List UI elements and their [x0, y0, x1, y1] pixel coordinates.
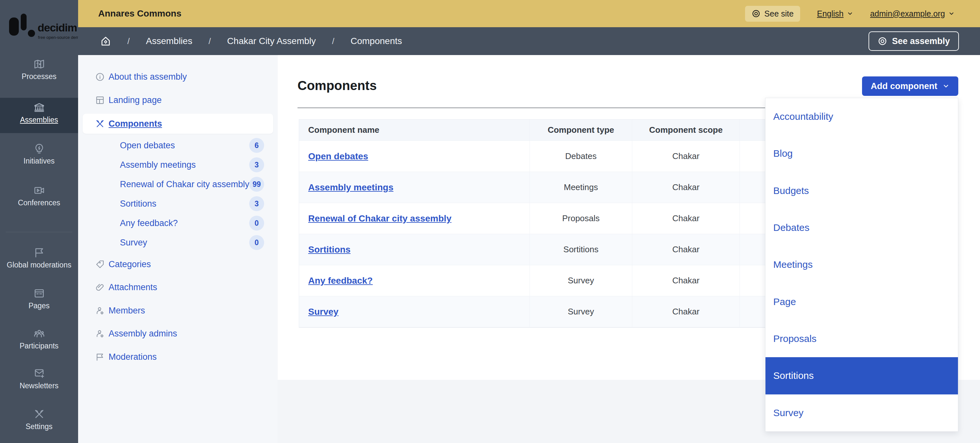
sidebar-item-pages[interactable]: Pages [0, 287, 78, 310]
menu-item-landing-page[interactable]: Landing page [78, 91, 278, 109]
component-scope: Chakar [673, 151, 700, 161]
sidebar-item-newsletters[interactable]: Newsletters [0, 368, 78, 390]
decidim-logo-mark [9, 17, 19, 36]
count-badge: 6 [249, 138, 264, 153]
menu-subitem-survey[interactable]: Survey 0 [78, 233, 278, 252]
component-link[interactable]: Open debates [308, 151, 368, 162]
user-gear-icon [95, 329, 105, 339]
bank-icon [33, 102, 45, 113]
add-component-dropdown: Accountability Blog Budgets Debates Meet… [765, 98, 958, 432]
topbar-right-group: See site English admin@example.org [745, 6, 955, 22]
team-icon [33, 328, 45, 339]
menu-item-components[interactable]: Components [78, 114, 278, 133]
chevron-down-icon [948, 10, 955, 17]
assembly-menu: About this assembly Landing page Compone… [78, 55, 278, 443]
organization-name: Annares Commons [98, 8, 181, 19]
language-dropdown[interactable]: English [817, 9, 853, 19]
see-assembly-label: See assembly [892, 36, 950, 46]
decidim-logo-dot [28, 30, 35, 37]
menu-item-categories[interactable]: Categories [78, 255, 278, 273]
component-link[interactable]: Assembly meetings [308, 182, 393, 193]
breadcrumb-separator: / [208, 36, 211, 46]
menu-item-members[interactable]: Members [78, 302, 278, 320]
breadcrumb-chakar-city-assembly[interactable]: Chakar City Assembly [227, 36, 316, 46]
breadcrumb-separator: / [332, 36, 334, 46]
decidim-logo-wordmark: decidim [38, 21, 77, 34]
component-link[interactable]: Sortitions [308, 245, 351, 255]
component-type: Survey [568, 276, 594, 286]
map-icon [33, 58, 45, 70]
flag-icon [33, 247, 45, 259]
count-badge: 3 [249, 157, 264, 172]
component-type: Sortitions [563, 245, 598, 254]
main-sidebar: decidim free open-source democracy Proce… [0, 0, 78, 443]
video-camera-icon [33, 184, 45, 196]
see-site-button[interactable]: See site [745, 6, 800, 22]
dropdown-item-budgets[interactable]: Budgets [765, 172, 958, 209]
dropdown-item-meetings[interactable]: Meetings [765, 246, 958, 283]
attachment-icon [95, 283, 105, 292]
component-type: Debates [565, 151, 597, 161]
chevron-down-icon [847, 10, 853, 17]
dropdown-item-sortitions[interactable]: Sortitions [765, 357, 958, 394]
see-site-label: See site [765, 9, 794, 19]
layout-grid-icon [95, 95, 105, 105]
info-icon [95, 72, 105, 82]
menu-item-about-assembly[interactable]: About this assembly [78, 68, 278, 86]
decidim-admin-page: decidim free open-source democracy Proce… [0, 0, 980, 443]
dropdown-item-blog[interactable]: Blog [765, 135, 958, 172]
dropdown-item-page[interactable]: Page [765, 283, 958, 320]
sidebar-item-settings[interactable]: Settings [0, 408, 78, 431]
count-badge: 0 [249, 216, 264, 230]
breadcrumb-separator: / [127, 36, 130, 46]
menu-subitem-open-debates[interactable]: Open debates 6 [78, 137, 278, 154]
sidebar-item-participants[interactable]: Participants [0, 328, 78, 350]
dropdown-item-accountability[interactable]: Accountability [765, 98, 958, 135]
add-component-label: Add component [871, 81, 937, 91]
count-badge: 99 [249, 177, 264, 192]
decidim-logo-mark [21, 14, 27, 30]
component-type: Proposals [562, 213, 600, 224]
menu-subitem-renewal[interactable]: Renewal of Chakar city assembly 99 [78, 175, 278, 193]
count-badge: 0 [249, 235, 264, 250]
page-title: Components [298, 78, 377, 93]
sidebar-item-conferences[interactable]: Conferences [0, 184, 78, 207]
breadcrumb: / Assemblies / Chakar City Assembly / Co… [100, 36, 402, 47]
dropdown-item-survey[interactable]: Survey [765, 394, 958, 431]
menu-item-assembly-admins[interactable]: Assembly admins [78, 324, 278, 343]
component-link[interactable]: Any feedback? [308, 276, 373, 286]
component-type: Survey [568, 306, 594, 317]
menu-subitem-assembly-meetings[interactable]: Assembly meetings 3 [78, 156, 278, 174]
decidim-logo[interactable]: decidim free open-source democracy [9, 13, 75, 40]
column-header-name: Component name [299, 119, 530, 141]
component-link[interactable]: Renewal of Chakar city assembly [308, 213, 452, 224]
add-component-button[interactable]: Add component [862, 76, 958, 96]
component-scope: Chakar [673, 182, 700, 192]
user-email: admin@example.org [870, 9, 945, 19]
eye-icon [878, 36, 887, 46]
count-badge: 3 [249, 196, 264, 211]
chevron-down-icon [942, 83, 950, 90]
mail-add-icon [33, 368, 45, 379]
sidebar-item-initiatives[interactable]: Initiatives [0, 143, 78, 165]
component-link[interactable]: Survey [308, 306, 338, 317]
sidebar-item-assemblies[interactable]: Assemblies [0, 98, 78, 133]
user-account-dropdown[interactable]: admin@example.org [870, 9, 955, 19]
price-tag-icon [95, 259, 105, 270]
breadcrumb-assemblies[interactable]: Assemblies [146, 36, 192, 46]
breadcrumb-bar: / Assemblies / Chakar City Assembly / Co… [78, 27, 980, 55]
home-icon[interactable] [100, 36, 111, 47]
menu-item-moderations[interactable]: Moderations [78, 348, 278, 366]
dropdown-item-debates[interactable]: Debates [765, 209, 958, 246]
breadcrumb-components[interactable]: Components [351, 36, 402, 46]
sidebar-item-processes[interactable]: Processes [0, 58, 78, 81]
see-assembly-button[interactable]: See assembly [869, 32, 959, 51]
sidebar-item-global-moderations[interactable]: Global moderations [0, 247, 78, 269]
dropdown-item-proposals[interactable]: Proposals [765, 320, 958, 357]
menu-subitem-any-feedback[interactable]: Any feedback? 0 [78, 214, 278, 232]
component-scope: Chakar [673, 276, 700, 286]
window-page-icon [33, 287, 45, 299]
menu-subitem-sortitions[interactable]: Sortitions 3 [78, 195, 278, 213]
component-scope: Chakar [673, 306, 700, 317]
menu-item-attachments[interactable]: Attachments [78, 278, 278, 296]
